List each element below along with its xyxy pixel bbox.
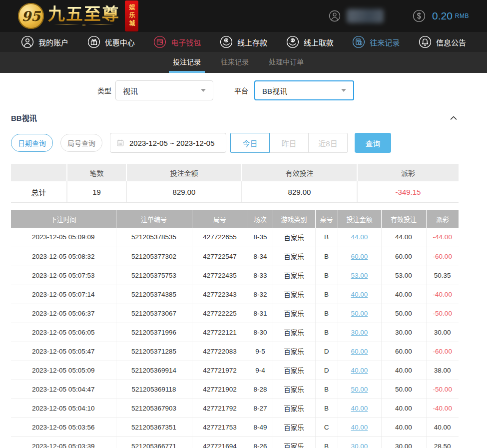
bet-amount-link[interactable]: 60.00 <box>351 348 368 355</box>
cell-session: 8-33 <box>248 266 273 285</box>
col-header-game-type: 游戏类别 <box>273 210 315 228</box>
cell-table-no: B <box>315 228 338 247</box>
bet-amount-link[interactable]: 40.00 <box>351 405 368 412</box>
cell-session: 8-27 <box>248 399 273 418</box>
nav-item-label: 线上取款 <box>304 37 334 47</box>
logo-emblem-icon: 95 <box>18 3 44 29</box>
date-range-input[interactable]: 2023-12-05 ~ 2023-12-05 <box>110 133 226 153</box>
bet-amount-link[interactable]: 53.00 <box>351 272 368 279</box>
col-header-payout: 派彩 <box>426 210 459 228</box>
calendar-icon <box>116 138 125 147</box>
cell-session: 8-30 <box>248 323 273 342</box>
cell-bet-time: 2023-12-05 05:07:53 <box>11 266 116 285</box>
cell-valid-bet: 40.00 <box>381 399 426 418</box>
table-row: 2023-12-05 05:06:05521205371996427722121… <box>11 323 459 342</box>
bet-amount-link[interactable]: 40.00 <box>351 291 368 298</box>
date-range-presets: 今日昨日近8日 <box>230 133 348 153</box>
cell-session: 8-35 <box>248 228 273 247</box>
date-query-button[interactable]: 日期查询 <box>11 134 53 152</box>
content: 类型 视讯 平台 BB视讯 BB视讯 日期查询 局号查询 2023-12-05 … <box>0 80 487 448</box>
cell-bet-time: 2023-12-05 05:09:09 <box>11 228 116 247</box>
col-header-order-no: 注单编号 <box>116 210 192 228</box>
withdraw-icon <box>286 35 299 48</box>
platform-select[interactable]: BB视讯 <box>254 80 354 100</box>
bet-amount-link[interactable]: 50.00 <box>351 310 368 317</box>
summary-count: 19 <box>67 181 126 202</box>
cell-bet-amount: 53.00 <box>338 266 381 285</box>
nav-item-my-account[interactable]: 我的账户 <box>21 35 68 48</box>
cell-session: 8-34 <box>248 247 273 266</box>
bet-amount-link[interactable]: 60.00 <box>351 253 368 260</box>
col-header-bet-time: 下注时间 <box>11 210 116 228</box>
nav-item-promotions[interactable]: 优惠中心 <box>87 35 135 48</box>
user-icon[interactable] <box>329 10 341 22</box>
range-button-yesterday[interactable]: 昨日 <box>269 133 309 153</box>
deposit-icon <box>220 35 233 48</box>
cell-game-type: 百家乐 <box>273 437 315 448</box>
bet-amount-link[interactable]: 30.00 <box>351 329 368 336</box>
tab-transaction-records[interactable]: 往来记录 <box>220 56 249 73</box>
cell-order-no: 521205367351 <box>116 418 192 437</box>
cell-order-no: 521205377302 <box>116 247 192 266</box>
range-button-last-8-days[interactable]: 近8日 <box>308 133 348 153</box>
cell-payout: -50.00 <box>426 380 459 399</box>
bet-amount-link[interactable]: 30.00 <box>351 443 368 448</box>
bet-amount-link[interactable]: 40.00 <box>351 424 368 431</box>
cell-session: 9-4 <box>248 361 273 380</box>
table-body: 2023-12-05 05:09:09521205378535427722655… <box>11 228 459 448</box>
balance[interactable]: 0.20 RMB <box>413 9 469 22</box>
cell-payout: 28.50 <box>426 437 459 448</box>
tab-bet-records[interactable]: 投注记录 <box>172 56 201 73</box>
topbar: 95 九五至尊 ∞ 娱乐城 0.20 RMB <box>0 0 487 32</box>
table-row: 2023-12-05 05:03:39521205366771427721694… <box>11 437 459 448</box>
table-row: 2023-12-05 05:05:09521205369914427721972… <box>11 361 459 380</box>
logo-title: 九五至尊 <box>48 5 120 23</box>
cell-round-no: 427722655 <box>192 228 248 247</box>
type-select[interactable]: 视讯 <box>115 80 213 100</box>
cell-table-no: C <box>315 418 338 437</box>
cell-valid-bet: 40.00 <box>381 361 426 380</box>
summary-bet-amount: 829.00 <box>127 181 241 202</box>
main-nav: 我的账户优惠中心电子钱包线上存款线上取款往来记录信息公告 <box>0 32 487 52</box>
query-controls: 日期查询 局号查询 2023-12-05 ~ 2023-12-05 今日昨日近8… <box>11 133 487 153</box>
username-redacted <box>347 9 384 23</box>
search-button[interactable]: 查询 <box>355 133 391 153</box>
nav-item-announcements[interactable]: 信息公告 <box>419 35 466 48</box>
caret-down-icon <box>201 89 206 92</box>
bet-amount-link[interactable]: 50.00 <box>351 386 368 393</box>
cell-order-no: 521205375753 <box>116 266 192 285</box>
records-icon <box>352 35 365 48</box>
cell-session: 8-49 <box>248 418 273 437</box>
cell-order-no: 521205367903 <box>116 399 192 418</box>
cell-payout: 38.00 <box>426 361 459 380</box>
range-button-today[interactable]: 今日 <box>230 133 270 153</box>
cell-table-no: B <box>315 285 338 304</box>
cell-table-no: D <box>315 342 338 361</box>
nav-item-withdraw[interactable]: 线上取款 <box>286 35 334 48</box>
bet-amount-link[interactable]: 40.00 <box>351 367 368 374</box>
summary-header-valid-bet: 有效投注 <box>242 164 357 181</box>
platform-select-value: BB视讯 <box>262 85 287 96</box>
table-row: 2023-12-05 05:07:14521205374385427722343… <box>11 285 459 304</box>
nav-item-e-wallet[interactable]: 电子钱包 <box>153 35 201 48</box>
cell-table-no: B <box>315 266 338 285</box>
cell-game-type: 百家乐 <box>273 285 315 304</box>
site-logo[interactable]: 95 九五至尊 ∞ 娱乐城 <box>18 0 138 31</box>
summary-header-blank <box>11 164 66 181</box>
cell-game-type: 百家乐 <box>273 323 315 342</box>
cell-game-type: 百家乐 <box>273 380 315 399</box>
subnav-tabs: 投注记录往来记录处理中订单 <box>0 52 487 73</box>
cell-round-no: 427722435 <box>192 266 248 285</box>
cell-round-no: 427722343 <box>192 285 248 304</box>
cell-round-no: 427722121 <box>192 323 248 342</box>
nav-item-deposit[interactable]: 线上存款 <box>220 35 267 48</box>
user-icon <box>21 35 34 48</box>
tab-pending-orders[interactable]: 处理中订单 <box>268 56 304 73</box>
bet-amount-link[interactable]: 44.00 <box>351 233 368 241</box>
cell-bet-amount: 40.00 <box>338 399 381 418</box>
nav-item-records[interactable]: 往来记录 <box>352 35 400 48</box>
cell-bet-amount: 50.00 <box>338 380 381 399</box>
round-query-button[interactable]: 局号查询 <box>60 134 102 152</box>
cell-valid-bet: 40.00 <box>381 285 426 304</box>
chevron-up-icon[interactable] <box>449 113 459 123</box>
